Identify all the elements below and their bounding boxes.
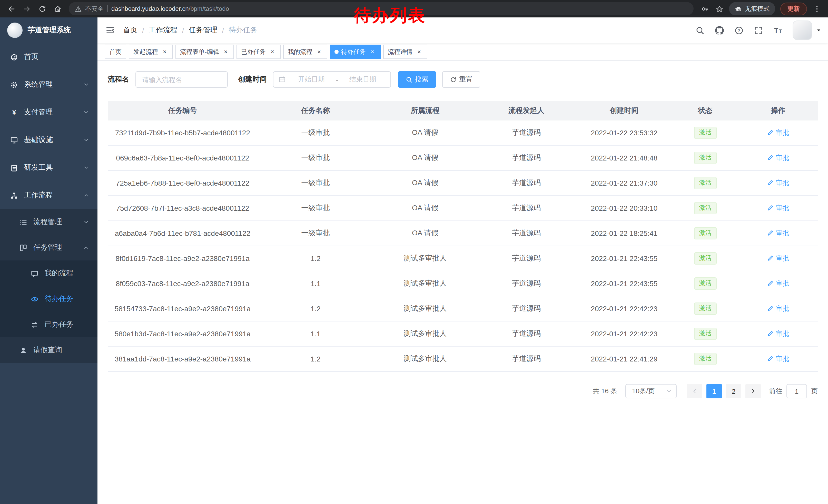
- close-icon[interactable]: ×: [369, 48, 376, 55]
- cell-process: 测试多审批人: [374, 246, 477, 271]
- breadcrumb-item: 待办任务: [229, 26, 257, 35]
- divider: [107, 5, 108, 12]
- tab-process-form-edit[interactable]: 流程表单-编辑×: [175, 45, 234, 59]
- sidebar-item-payment-management[interactable]: ¥支付管理: [0, 98, 97, 126]
- sidebar-item-home[interactable]: 首页: [0, 43, 97, 71]
- browser-menu-button[interactable]: [810, 2, 824, 16]
- approve-link[interactable]: 审批: [767, 254, 789, 263]
- tab-todo-tasks[interactable]: 待办任务×: [330, 45, 381, 59]
- close-icon[interactable]: ×: [416, 48, 423, 55]
- cell-initiator: 芋道源码: [477, 196, 576, 221]
- search-button-label: 搜索: [415, 75, 428, 84]
- sidebar-item-todo-tasks[interactable]: 待办任务: [0, 286, 97, 312]
- sidebar-item-label: 工作流程: [24, 191, 83, 200]
- app-logo[interactable]: 芋道管理系统: [0, 17, 97, 43]
- header-fullscreen-button[interactable]: [748, 17, 768, 43]
- cell-initiator: 芋道源码: [477, 171, 576, 196]
- close-icon[interactable]: ×: [161, 48, 168, 55]
- hamburger-icon: [106, 26, 115, 35]
- breadcrumb-item[interactable]: 首页: [123, 26, 137, 35]
- cell-task-name: 1.2: [257, 246, 374, 271]
- cell-action: 审批: [738, 171, 818, 196]
- swap-icon: [31, 321, 38, 328]
- page-size-select[interactable]: 10条/页: [625, 384, 677, 398]
- header-question-button[interactable]: ?: [729, 17, 748, 43]
- tab-my-processes[interactable]: 我的流程×: [283, 45, 327, 59]
- caret-down-icon[interactable]: [816, 27, 822, 33]
- tab-launch-process[interactable]: 发起流程×: [129, 45, 173, 59]
- approve-label: 审批: [776, 354, 789, 364]
- chat-icon: [31, 269, 38, 277]
- edit-icon: [767, 330, 774, 337]
- sidebar-toggle-button[interactable]: [97, 17, 123, 43]
- header-search-button[interactable]: [690, 17, 709, 43]
- avatar[interactable]: [793, 20, 812, 40]
- search-icon: [695, 26, 704, 35]
- close-icon[interactable]: ×: [269, 48, 276, 55]
- active-tab-dot: [334, 50, 339, 54]
- password-key-button[interactable]: [698, 2, 712, 16]
- approve-link[interactable]: 审批: [767, 128, 789, 137]
- approve-link[interactable]: 审批: [767, 304, 789, 313]
- table-row: 580e1b3d-7ac8-11ec-a9e2-a2380e71991a1.1测…: [108, 321, 818, 346]
- sidebar-item-done-tasks[interactable]: 已办任务: [0, 312, 97, 337]
- sidebar-item-process-management[interactable]: 流程管理: [0, 209, 97, 235]
- home-button[interactable]: [50, 2, 65, 16]
- tab-label: 流程详情: [388, 47, 412, 56]
- table-row: 381aa1dd-7ac8-11ec-a9e2-a2380e71991a1.2测…: [108, 346, 818, 371]
- cell-process: 测试多审批人: [374, 321, 477, 346]
- breadcrumb-item[interactable]: 工作流程: [149, 26, 177, 35]
- breadcrumb-item[interactable]: 任务管理: [189, 26, 217, 35]
- prev-page-button[interactable]: [687, 384, 702, 398]
- sidebar-item-workflow[interactable]: 工作流程: [0, 182, 97, 209]
- cell-action: 审批: [738, 121, 818, 145]
- tab-process-detail[interactable]: 流程详情×: [383, 45, 427, 59]
- header-fontsize-button[interactable]: TT: [768, 17, 787, 43]
- forward-button[interactable]: [19, 2, 34, 16]
- cell-action: 审批: [738, 221, 818, 246]
- approve-link[interactable]: 审批: [767, 203, 789, 213]
- sidebar-item-task-management[interactable]: 任务管理: [0, 235, 97, 261]
- monitor-icon: [10, 136, 18, 144]
- approve-link[interactable]: 审批: [767, 229, 789, 238]
- next-page-button[interactable]: [745, 384, 761, 398]
- search-button[interactable]: 搜索: [398, 71, 436, 88]
- sidebar-item-leave-query[interactable]: 请假查询: [0, 337, 97, 363]
- approve-link[interactable]: 审批: [767, 279, 789, 288]
- goto-page-input[interactable]: [786, 384, 807, 398]
- page-2-button[interactable]: 2: [726, 384, 741, 398]
- approve-link[interactable]: 审批: [767, 153, 789, 163]
- sidebar-item-infrastructure[interactable]: 基础设施: [0, 126, 97, 154]
- navbar-action-buttons: ?TT: [690, 17, 787, 43]
- close-icon[interactable]: ×: [222, 48, 229, 55]
- gear-icon: [10, 81, 18, 88]
- sidebar-item-system-management[interactable]: 系统管理: [0, 71, 97, 98]
- back-button[interactable]: [4, 2, 18, 16]
- approve-link[interactable]: 审批: [767, 329, 789, 338]
- process-name-input[interactable]: [135, 71, 228, 88]
- date-separator: -: [334, 76, 340, 83]
- cell-initiator: 芋道源码: [477, 246, 576, 271]
- tab-label: 首页: [109, 47, 122, 56]
- reload-button[interactable]: [35, 2, 49, 16]
- status-badge: 激活: [694, 353, 717, 365]
- header-github-button[interactable]: [709, 17, 729, 43]
- chevron-left-icon: [692, 388, 698, 394]
- tab-home[interactable]: 首页: [105, 45, 126, 59]
- approve-link[interactable]: 审批: [767, 178, 789, 188]
- reset-button[interactable]: 重置: [442, 71, 480, 88]
- bookmark-star-button[interactable]: [712, 2, 727, 16]
- chrome-update-button[interactable]: 更新: [780, 2, 807, 15]
- tab-done-tasks[interactable]: 已办任务×: [237, 45, 281, 59]
- date-range-picker[interactable]: 开始日期 - 结束日期: [273, 71, 391, 88]
- sidebar-item-my-processes[interactable]: 我的流程: [0, 261, 97, 286]
- tab-label: 发起流程: [133, 47, 158, 56]
- page-1-button[interactable]: 1: [706, 384, 722, 398]
- main-area: 首页/工作流程/任务管理/待办任务 ?TT 首页发起流程×流程表单-编辑×已办任…: [97, 17, 828, 504]
- approve-link[interactable]: 审批: [767, 354, 789, 364]
- cell-created: 2022-01-22 18:25:41: [576, 221, 672, 246]
- end-date-placeholder: 结束日期: [340, 75, 385, 84]
- close-icon[interactable]: ×: [316, 48, 323, 55]
- incognito-icon: [735, 5, 742, 12]
- sidebar-item-dev-tools[interactable]: 研发工具: [0, 154, 97, 182]
